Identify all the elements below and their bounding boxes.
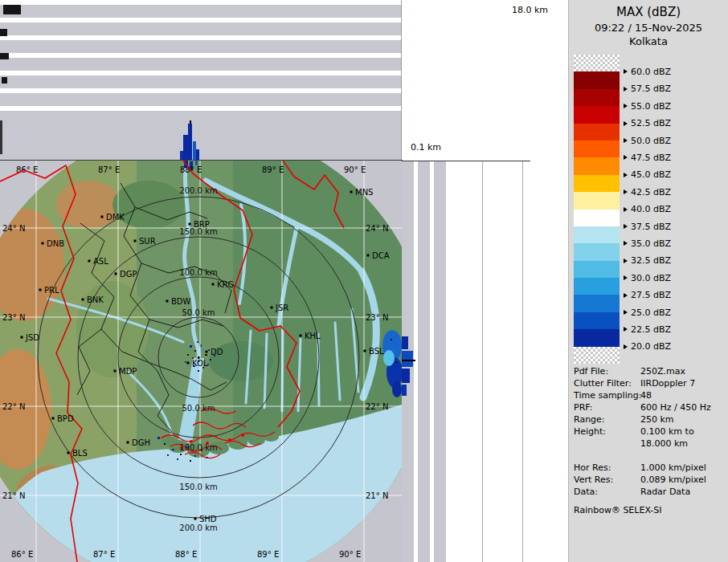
scale-arrow-icon <box>624 259 628 263</box>
metadata-row: Time sampling:48 <box>574 390 726 402</box>
city-label: KHL <box>305 332 321 340</box>
scale-arrow-icon <box>624 189 628 194</box>
dbz-scale-value: 30.0 dBZ <box>631 273 671 283</box>
city-label: BLS <box>72 449 88 458</box>
city-marker <box>187 362 190 364</box>
city-label: DGP <box>120 270 137 279</box>
city-marker <box>212 283 215 286</box>
range-ring-label: 200.0 km <box>179 523 217 532</box>
dbz-band <box>574 312 620 329</box>
metadata-label: Hor Res: <box>574 462 611 473</box>
city-marker <box>101 216 104 218</box>
metadata-label: Vert Res: <box>574 474 613 485</box>
latitude-label: 22° N <box>366 402 388 411</box>
dbz-band <box>574 106 620 123</box>
echo-spike <box>402 336 408 349</box>
metadata-row: Clutter Filter:IIRDoppler 7 <box>574 378 726 390</box>
longitude-label: 90° E <box>344 165 366 174</box>
city-label: BNK <box>87 295 104 304</box>
dbz-scale-value: 57.5 dBZ <box>631 83 671 94</box>
dbz-scale-row: 20.0 dBZ <box>624 342 671 352</box>
dbz-band <box>574 140 620 157</box>
city-marker <box>82 299 84 301</box>
metadata-label: Data: <box>574 487 598 497</box>
dbz-scale-row: 40.0 dBZ <box>624 205 671 214</box>
city-label: DD <box>211 348 223 356</box>
scale-arrow-icon <box>624 87 628 92</box>
city-label: BPD <box>57 414 74 423</box>
scale-arrow-icon <box>624 310 628 315</box>
city-label: BSL <box>369 347 384 356</box>
dbz-scale-labels: 60.0 dBZ57.5 dBZ55.0 dBZ52.5 dBZ50.0 dBZ… <box>624 55 726 376</box>
range-ring-label: 200.0 km <box>179 186 217 195</box>
city-label: MDP <box>119 367 137 376</box>
range-ring-label: 50.0 km <box>182 404 215 413</box>
echo-spike <box>402 385 407 396</box>
radar-map[interactable]: 86° E86° E87° E87° E88° E88° E89° E89° E… <box>0 160 403 562</box>
range-ring-label: 150.0 km <box>179 483 217 491</box>
city-marker <box>300 335 302 337</box>
dbz-colorbar <box>574 55 620 364</box>
metadata-row: 18.000 km <box>574 438 726 450</box>
metadata-row: Vert Res:0.089 km/pixel <box>574 474 726 487</box>
scale-arrow-icon <box>624 138 628 143</box>
dbz-scale-value: 50.0 dBZ <box>631 136 671 146</box>
latitude-label: 21° N <box>2 491 25 500</box>
latitude-label: 21° N <box>366 491 388 500</box>
dbz-scale-value: 35.0 dBZ <box>631 238 671 249</box>
dbz-scale-row: 55.0 dBZ <box>624 101 671 111</box>
latitude-label: 23° N <box>2 313 25 322</box>
scale-arrow-icon <box>624 173 628 177</box>
dbz-scale-row: 47.5 dBZ <box>624 153 671 162</box>
dbz-band <box>574 226 620 243</box>
city-label: DGH <box>132 438 150 447</box>
city-marker <box>134 240 137 242</box>
height-min-label: 0.1 km <box>411 142 441 153</box>
city-marker <box>350 191 353 193</box>
metadata-row: Height:0.100 km to <box>574 426 726 438</box>
city-label: KOL <box>192 359 208 368</box>
scale-arrow-icon <box>624 241 628 246</box>
latitude-label: 23° N <box>366 313 388 322</box>
dbz-scale-value: 60.0 dBZ <box>631 67 671 77</box>
longitude-label: 90° E <box>339 550 361 559</box>
city-label: DMK <box>106 213 125 222</box>
radar-site-name: Kolkata <box>569 35 728 47</box>
metadata-value: 250Z.max <box>640 366 685 377</box>
city-marker <box>115 273 117 275</box>
scale-arrow-icon <box>624 293 628 298</box>
range-ring-label: 50.0 km <box>182 308 215 317</box>
metadata-value: IIRDoppler 7 <box>640 378 695 389</box>
city-marker <box>206 351 208 353</box>
dbz-scale-value: 20.0 dBZ <box>631 341 671 352</box>
scale-arrow-icon <box>624 207 628 212</box>
dbz-band <box>574 278 620 295</box>
metadata-row: Hor Res:1.000 km/pixel <box>574 462 726 474</box>
range-ring-label: 100.0 km <box>179 268 217 277</box>
legend-header: MAX (dBZ) 09:22 / 15-Nov-2025 Kolkata <box>569 0 728 47</box>
city-marker <box>127 442 129 444</box>
city-label: JSR <box>275 303 288 312</box>
dbz-band <box>574 261 620 278</box>
echo-spike <box>402 351 413 367</box>
city-marker <box>166 300 169 303</box>
scale-arrow-icon <box>624 344 628 349</box>
scale-arrow-icon <box>624 224 628 229</box>
city-label: SUR <box>139 237 156 246</box>
dbz-scale-value: 55.0 dBZ <box>631 101 671 112</box>
longitude-label: 89° E <box>257 550 279 559</box>
metadata-row: Data:Radar Data <box>574 487 726 499</box>
metadata-label: Pdf File: <box>574 366 608 377</box>
axis-tick-mark <box>3 5 21 14</box>
axis-tick-mark <box>2 77 7 83</box>
metadata-row: Pdf File:250Z.max <box>574 366 726 378</box>
metadata-label: Height: <box>574 426 606 437</box>
dbz-scale-row: 42.5 dBZ <box>624 187 671 197</box>
height-max-label: 18.0 km <box>512 5 548 15</box>
echo-spike <box>188 124 192 161</box>
scale-arrow-icon <box>624 155 628 160</box>
scale-arrow-icon <box>624 121 628 126</box>
longitude-label: 87° E <box>93 550 115 559</box>
longitude-label: 86° E <box>11 550 33 559</box>
dbz-scale-value: 27.5 dBZ <box>631 290 671 300</box>
